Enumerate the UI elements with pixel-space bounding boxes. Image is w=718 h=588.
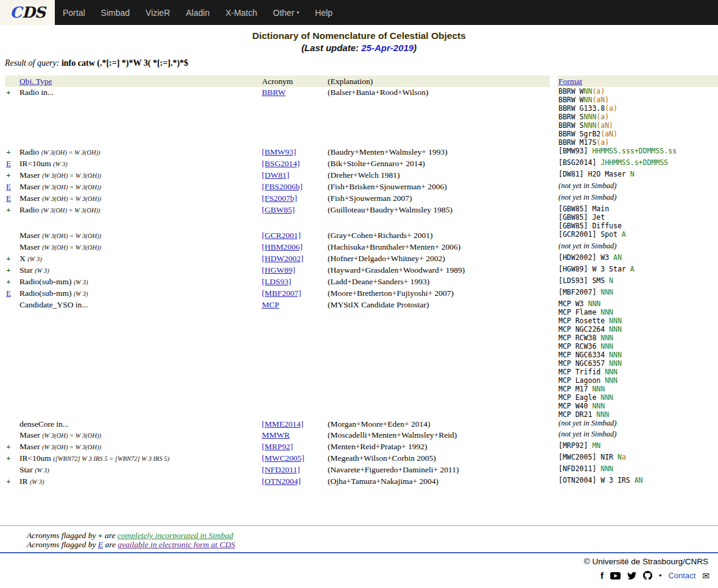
format-segment: NNN <box>605 376 618 385</box>
format-segment: BBRW S <box>558 113 584 121</box>
nav-item-help[interactable]: Help <box>307 0 340 25</box>
twitter-icon[interactable] <box>627 571 636 580</box>
acronym-link[interactable]: [MWC2005] <box>262 453 304 463</box>
format-segment: MCP Trifid <box>558 368 605 376</box>
acronym-link[interactable]: [GBW85] <box>262 205 295 214</box>
format-line: BBRW SNNN(aN) <box>558 121 718 130</box>
format-line: [OTN2004] W 3 IRS AN <box>558 476 718 485</box>
nav-item-other[interactable]: Other▾ <box>265 0 307 25</box>
explanation-text: (Baudry+Menten+Walmsley+ 1993) <box>328 147 448 156</box>
cds-logo[interactable]: CDS <box>0 0 55 25</box>
electronic-form-link[interactable]: available in electronic form at CDS <box>118 540 235 549</box>
table-row: EMaser (W 3(OH) = W 3(OH))[FS2007b](Fish… <box>5 193 718 205</box>
query-label: Result of query: <box>5 58 59 68</box>
acronym-link[interactable]: [BSG2014] <box>262 159 300 168</box>
acronym-link[interactable]: [OTN2004] <box>262 477 301 486</box>
acronym-link[interactable]: [DW81] <box>262 170 289 180</box>
format-segment: AN <box>613 253 622 262</box>
format-header-link[interactable]: Format <box>558 77 582 86</box>
format-segment: MCP NGC2264 <box>558 325 609 334</box>
acronym-header-label: Acronym <box>262 77 293 86</box>
format-segment: [GBW85] Jet <box>558 213 605 222</box>
nav-item-xmatch[interactable]: X-Match <box>217 0 265 25</box>
plus-flag: + <box>98 531 103 540</box>
nav-item-aladin[interactable]: Aladin <box>178 0 217 25</box>
format-segment: NNN <box>609 359 622 368</box>
acronym-link[interactable]: MCP <box>262 300 280 309</box>
flag-plus-mark: + <box>6 254 11 263</box>
separator-dot: • <box>659 571 662 580</box>
explanation-text: (Ladd+Deane+Sanders+ 1993) <box>328 277 429 286</box>
object-type: Radio(sub-mm) <box>19 289 72 298</box>
acronym-link[interactable]: [HBM2006] <box>262 242 303 251</box>
object-type: IR<10um <box>19 453 51 463</box>
explanation-text: (Moore+Bretherton+Fujiyoshi+ 2007) <box>328 289 454 298</box>
flag-e-link[interactable]: E <box>6 159 11 168</box>
format-segment: (aN) <box>600 130 618 138</box>
format-segment: NNN <box>600 464 613 473</box>
acronym-link[interactable]: MMWR <box>262 430 290 439</box>
acronym-link[interactable]: [NFD2011] <box>262 465 300 474</box>
acronym-link[interactable]: [GCR2001] <box>262 231 301 240</box>
youtube-icon[interactable] <box>610 572 621 579</box>
object-type-context: (W 3(OH) = W 3(OH)) <box>42 432 101 439</box>
object-type-context: ([WBN72] W 3 IRS 5 = [WBN72] W 3 IRS 5) <box>53 455 169 462</box>
acronym-link[interactable]: [MRP92] <box>262 442 293 451</box>
format-segment: NNN <box>592 402 605 410</box>
acronym-link[interactable]: [HDW2002] <box>262 254 303 263</box>
format-segment: NNN <box>584 113 597 121</box>
acronym-link[interactable]: [LDS93] <box>262 277 291 286</box>
format-segment: HHMMSS.sss+DDMMSS.ss <box>592 147 676 155</box>
object-type: Candidate_YSO in... <box>19 300 88 309</box>
format-line: MCP Trifid NNN <box>558 368 718 376</box>
format-segment: (aN) <box>596 121 613 130</box>
acronym-link[interactable]: [BMW93] <box>262 147 296 156</box>
format-line: [LDS93] SMS N <box>558 276 718 285</box>
format-segment: NNN <box>596 410 609 419</box>
acronym-link[interactable]: [MBF2007] <box>262 289 301 298</box>
cds-logo-c: C <box>10 5 22 20</box>
last-update-prefix: (Last update: <box>301 43 361 53</box>
object-type-context: (W 3) <box>35 467 49 474</box>
format-segment: (aN) <box>592 96 609 104</box>
acronym-link[interactable]: [HGW89] <box>262 265 295 275</box>
nav-item-portal[interactable]: Portal <box>55 0 93 25</box>
acronym-link[interactable]: [MME2014] <box>262 419 303 429</box>
object-type: Radio <box>19 147 39 156</box>
format-line: MCP NGC2264 NNN <box>558 325 718 334</box>
nav-item-vizier[interactable]: VizieR <box>138 0 178 25</box>
flag-plus-mark: + <box>6 453 11 463</box>
flag-e-link[interactable]: E <box>6 194 11 203</box>
table-row: Star (W 3)[NFD2011](Navarete+Figueredo+D… <box>5 464 718 476</box>
nav-item-simbad[interactable]: Simbad <box>93 0 138 25</box>
format-segment: MCP M17 <box>558 385 592 393</box>
format-segment: BBRW S <box>558 121 584 130</box>
format-segment: [GBW85] Main <box>558 205 609 213</box>
format-line: [GCR2001] Spot A <box>558 230 718 239</box>
format-line: BBRW SgrB2(aN) <box>558 130 718 138</box>
facebook-icon[interactable]: f <box>600 570 604 581</box>
acronym-link[interactable]: [FBS2006b] <box>262 182 303 191</box>
format-segment: [NFD2011] <box>558 464 600 473</box>
acronym-link[interactable]: BBRW <box>262 88 286 97</box>
flag-e-link[interactable]: E <box>6 289 11 298</box>
format-line: (not yet in Simbad) <box>558 181 718 190</box>
explanation-text: (Hayward+Grasdalen+Woodward+ 1989) <box>328 265 465 275</box>
contact-link[interactable]: Contact <box>668 571 695 580</box>
page-title: Dictionary of Nomenclature of Celestial … <box>0 30 718 41</box>
simbad-incorporated-link[interactable]: completely incorporated in Simbad <box>118 531 233 540</box>
format-segment: MCP W40 <box>558 402 592 410</box>
format-segment: [MRP92] <box>558 441 592 450</box>
object-type-context: (W 3(OH) = W 3(OH)) <box>42 172 101 179</box>
format-line: [NFD2011] NNN <box>558 464 718 473</box>
format-segment: MCP Lagoon <box>558 376 605 385</box>
flag-e-link[interactable]: E <box>6 182 11 191</box>
object-type-context: (W 3) <box>53 161 68 167</box>
header-explanation: (Explanation) <box>326 75 550 87</box>
explanation-text: (Moscadelli+Menten+Walmsley+Reid) <box>328 430 457 439</box>
format-line: MCP DR21 NNN <box>558 410 718 419</box>
format-segment: [BMW93] <box>558 147 592 155</box>
obj-type-header-link[interactable]: Obj. Type <box>19 77 52 86</box>
acronym-link[interactable]: [FS2007b] <box>262 194 297 203</box>
github-icon[interactable] <box>643 571 652 580</box>
